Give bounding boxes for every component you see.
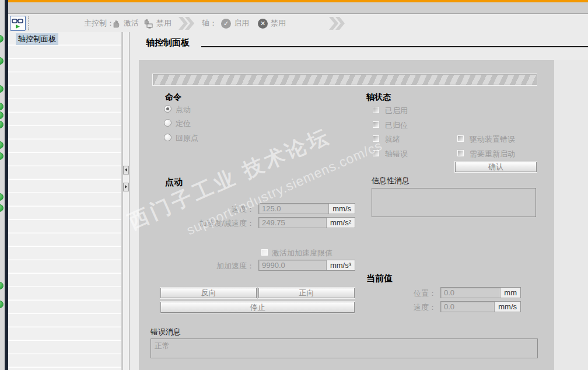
actual-velocity-value: 0.0 bbox=[444, 302, 454, 311]
axis-control-panel-screen: 主控制： 激活 禁用 轴： ✓ 启用 ✕ 禁用 bbox=[0, 0, 588, 370]
actual-velocity-field[interactable]: 0.0 mm/s bbox=[440, 301, 521, 312]
accel-label: 加速度/减速度： bbox=[174, 218, 254, 229]
position-label: 位置： bbox=[375, 288, 436, 299]
info-messages-box bbox=[372, 188, 536, 217]
radio-homing[interactable] bbox=[164, 134, 172, 141]
pane-splitter[interactable] bbox=[123, 32, 130, 370]
checkbox-axis-error[interactable] bbox=[372, 149, 380, 157]
position-unit: mm bbox=[500, 288, 520, 298]
master-control-progress-bar bbox=[153, 74, 537, 85]
master-deactivate-label: 禁用 bbox=[156, 18, 172, 29]
status-green-dot bbox=[0, 204, 4, 212]
checkbox-restart-required-label: 需要重新启动 bbox=[470, 149, 515, 159]
checkbox-homed-label: 已归位 bbox=[385, 120, 408, 131]
axis-label: 轴： bbox=[202, 18, 217, 29]
arrow-right-icon bbox=[125, 185, 127, 189]
function-list-sidebar: 轴控制面板 bbox=[8, 32, 122, 370]
master-control-label: 主控制： bbox=[84, 18, 114, 29]
status-green-dot bbox=[0, 152, 4, 160]
command-heading: 命令 bbox=[165, 92, 181, 103]
error-message-heading: 错误消息 bbox=[150, 327, 181, 337]
forward-button[interactable]: 正向 bbox=[258, 288, 355, 298]
monitoring-toggle-button[interactable] bbox=[10, 16, 26, 31]
position-field[interactable]: 0.0 mm bbox=[440, 287, 521, 298]
toolbar-separator bbox=[28, 16, 29, 30]
window-edge-bar bbox=[5, 0, 8, 370]
checkbox-ready-label: 就绪 bbox=[385, 134, 400, 145]
checkbox-jerk-limit[interactable] bbox=[261, 249, 268, 256]
accel-value: 249.75 bbox=[262, 218, 285, 227]
status-green-dot bbox=[0, 193, 4, 201]
status-green-dot bbox=[0, 57, 4, 65]
jog-heading: 点动 bbox=[165, 177, 183, 188]
top-gray-strip bbox=[8, 2, 588, 14]
right-margin-strip bbox=[554, 60, 588, 370]
master-activate-label: 激活 bbox=[124, 18, 139, 29]
jerk-unit: mm/s³ bbox=[326, 260, 355, 270]
checkbox-homed[interactable] bbox=[372, 121, 380, 128]
radio-positioning-label: 定位 bbox=[176, 118, 191, 129]
velocity-unit: mm/s bbox=[328, 204, 355, 214]
chevron-separator-icon bbox=[328, 16, 345, 30]
status-green-dot bbox=[0, 103, 4, 110]
hand-icon bbox=[111, 19, 121, 29]
monitor-glasses-icon bbox=[10, 16, 25, 30]
radio-jog[interactable] bbox=[164, 105, 172, 113]
checkbox-axis-error-label: 轴错误 bbox=[385, 149, 408, 159]
checkbox-enabled-label: 已启用 bbox=[385, 106, 408, 116]
acknowledge-button[interactable]: 确认 bbox=[455, 162, 537, 172]
axis-status-heading: 轴状态 bbox=[366, 92, 391, 103]
hand-monitor-icon bbox=[143, 18, 153, 29]
x-circle-icon: ✕ bbox=[258, 19, 268, 29]
chevron-separator-icon bbox=[177, 16, 195, 30]
checkbox-drive-error[interactable] bbox=[457, 135, 464, 142]
status-green-dot bbox=[0, 282, 4, 289]
status-green-dot bbox=[0, 111, 4, 119]
arrow-left-icon bbox=[125, 168, 127, 172]
commissioning-toolbar: 主控制： 激活 禁用 轴： ✓ 启用 ✕ 禁用 bbox=[8, 15, 588, 32]
status-green-dot bbox=[0, 141, 4, 149]
status-green-dot bbox=[0, 121, 4, 128]
check-circle-icon: ✓ bbox=[221, 19, 231, 29]
accel-input[interactable]: 249.75 mm/s² bbox=[258, 217, 355, 228]
jerk-input[interactable]: 9990.0 mm/s³ bbox=[258, 260, 355, 271]
radio-positioning[interactable] bbox=[164, 119, 172, 127]
velocity-value: 125.0 bbox=[262, 204, 281, 213]
splitter-collapse-button[interactable] bbox=[123, 166, 129, 174]
jerk-value: 9990.0 bbox=[262, 261, 285, 270]
axis-control-panel-body: 命令 点动 定位 回原点 轴状态 已启用 已归位 就绪 轴错误 驱动装置错误 需… bbox=[139, 60, 554, 370]
position-value: 0.0 bbox=[444, 288, 454, 297]
velocity-label: 速度： bbox=[174, 204, 254, 215]
accel-unit: mm/s² bbox=[326, 218, 355, 228]
checkbox-jerk-limit-label: 激活加加速度限值 bbox=[272, 248, 332, 259]
info-messages-heading: 信息性消息 bbox=[372, 176, 410, 186]
axis-enable-label: 启用 bbox=[234, 18, 249, 29]
actual-velocity-label: 速度： bbox=[375, 302, 436, 313]
actual-velocity-unit: mm/s bbox=[494, 302, 520, 312]
page-title: 轴控制面板 bbox=[146, 37, 190, 48]
checkbox-drive-error-label: 驱动装置错误 bbox=[470, 134, 515, 145]
checkbox-enabled[interactable] bbox=[372, 106, 380, 114]
radio-homing-label: 回原点 bbox=[176, 133, 198, 144]
jerk-label: 加加速度： bbox=[174, 261, 254, 271]
master-activate-button[interactable]: 激活 bbox=[111, 18, 139, 29]
status-green-dot bbox=[0, 85, 4, 93]
master-deactivate-button[interactable]: 禁用 bbox=[143, 18, 172, 29]
sidebar-item-axis-control-panel[interactable]: 轴控制面板 bbox=[16, 33, 58, 45]
error-message-box: 正常 bbox=[150, 338, 538, 358]
status-green-dot bbox=[0, 301, 4, 308]
title-underline bbox=[201, 46, 588, 47]
axis-disable-label: 禁用 bbox=[271, 18, 286, 29]
radio-jog-label: 点动 bbox=[176, 104, 191, 115]
backward-button[interactable]: 反向 bbox=[160, 288, 257, 298]
stop-button[interactable]: 停止 bbox=[160, 302, 355, 313]
status-dot-rail bbox=[0, 0, 5, 370]
status-green-dot bbox=[0, 35, 4, 43]
current-values-heading: 当前值 bbox=[366, 273, 393, 284]
checkbox-ready[interactable] bbox=[372, 135, 380, 142]
splitter-expand-button[interactable] bbox=[123, 183, 129, 191]
checkbox-restart-required[interactable] bbox=[457, 149, 464, 157]
axis-disable-button[interactable]: ✕ 禁用 bbox=[258, 18, 286, 29]
velocity-input[interactable]: 125.0 mm/s bbox=[258, 203, 355, 214]
axis-enable-button[interactable]: ✓ 启用 bbox=[221, 18, 249, 29]
